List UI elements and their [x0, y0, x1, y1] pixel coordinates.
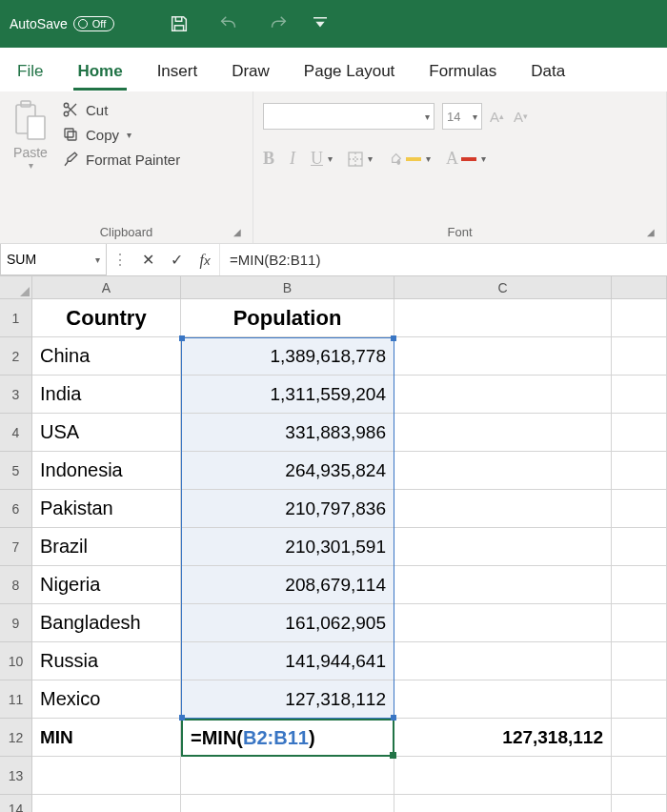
row-header[interactable]: 8: [0, 566, 32, 604]
cell[interactable]: 1,311,559,204: [181, 376, 394, 414]
cell[interactable]: 331,883,986: [181, 414, 394, 452]
font-name-combo[interactable]: ▾: [263, 103, 435, 130]
cell[interactable]: 210,301,591: [181, 528, 394, 566]
increase-font-icon[interactable]: A▴: [490, 109, 504, 125]
row-header[interactable]: 9: [0, 604, 32, 642]
insert-function-button[interactable]: fx: [191, 244, 219, 275]
cell[interactable]: 141,944,641: [181, 642, 394, 680]
row-header[interactable]: 4: [0, 414, 32, 452]
cell[interactable]: India: [32, 376, 181, 414]
cell[interactable]: [394, 414, 612, 452]
cell[interactable]: 210,797,836: [181, 490, 394, 528]
decrease-font-icon[interactable]: A▾: [514, 109, 528, 125]
cell[interactable]: [394, 566, 612, 604]
dialog-launcher-icon[interactable]: ◢: [647, 227, 655, 237]
active-cell[interactable]: =MIN(B2:B11): [181, 719, 394, 757]
cell[interactable]: Pakistan: [32, 490, 181, 528]
cell[interactable]: 264,935,824: [181, 452, 394, 490]
row-header[interactable]: 12: [0, 719, 32, 757]
cell[interactable]: [394, 795, 612, 812]
borders-button[interactable]: ▾: [348, 152, 373, 167]
cell[interactable]: [612, 490, 667, 528]
redo-icon[interactable]: [259, 5, 297, 43]
cell[interactable]: 127,318,112: [181, 680, 394, 719]
name-box[interactable]: SUM ▾: [0, 244, 107, 275]
cell[interactable]: China: [32, 337, 181, 376]
cell[interactable]: [612, 757, 667, 795]
col-header-b[interactable]: B: [181, 276, 394, 299]
cell[interactable]: Russia: [32, 642, 181, 680]
col-header-extra[interactable]: [612, 276, 667, 299]
chevron-down-icon[interactable]: ▾: [127, 130, 131, 140]
format-painter-button[interactable]: Format Painter: [61, 151, 180, 168]
cell[interactable]: [181, 757, 394, 795]
row-header[interactable]: 10: [0, 642, 32, 680]
cell[interactable]: Population: [181, 299, 394, 337]
row-header[interactable]: 5: [0, 452, 32, 490]
underline-button[interactable]: U▾: [311, 149, 333, 169]
cell[interactable]: [394, 757, 612, 795]
chevron-down-icon[interactable]: ▾: [29, 160, 33, 171]
cancel-formula-button[interactable]: ✕: [133, 244, 162, 275]
row-header[interactable]: 13: [0, 757, 32, 795]
cell[interactable]: Nigeria: [32, 566, 181, 604]
cell[interactable]: Indonesia: [32, 452, 181, 490]
row-header[interactable]: 3: [0, 376, 32, 414]
tab-insert[interactable]: Insert: [153, 54, 202, 91]
row-header[interactable]: 2: [0, 337, 32, 376]
cut-button[interactable]: Cut: [61, 101, 180, 118]
fill-color-button[interactable]: ▾: [388, 152, 431, 167]
cell[interactable]: [612, 376, 667, 414]
cell[interactable]: [32, 757, 181, 795]
cell[interactable]: [612, 566, 667, 604]
tab-data[interactable]: Data: [527, 54, 569, 91]
select-all-corner[interactable]: [0, 276, 32, 299]
tab-file[interactable]: File: [13, 54, 47, 91]
cell[interactable]: 127,318,112: [394, 719, 612, 757]
cell[interactable]: Mexico: [32, 680, 181, 719]
col-header-a[interactable]: A: [32, 276, 181, 299]
copy-button[interactable]: Copy ▾: [61, 126, 180, 143]
enter-formula-button[interactable]: ✓: [162, 244, 191, 275]
cell[interactable]: Brazil: [32, 528, 181, 566]
row-header[interactable]: 11: [0, 680, 32, 719]
cell[interactable]: [612, 414, 667, 452]
cell[interactable]: 1,389,618,778: [181, 337, 394, 376]
quick-access-dropdown-icon[interactable]: [309, 5, 332, 43]
bold-button[interactable]: B: [263, 149, 274, 169]
cell[interactable]: [612, 337, 667, 376]
row-header[interactable]: 14: [0, 795, 32, 812]
font-size-combo[interactable]: 14 ▾: [442, 103, 482, 130]
cell[interactable]: [612, 604, 667, 642]
cell[interactable]: [394, 642, 612, 680]
cell[interactable]: [612, 680, 667, 719]
row-header[interactable]: 7: [0, 528, 32, 566]
cell[interactable]: 161,062,905: [181, 604, 394, 642]
undo-icon[interactable]: [210, 5, 248, 43]
col-header-c[interactable]: C: [394, 276, 612, 299]
autosave-toggle[interactable]: Off: [73, 16, 114, 31]
cell[interactable]: [394, 337, 612, 376]
font-color-button[interactable]: A ▾: [446, 149, 486, 169]
cell[interactable]: [612, 452, 667, 490]
formula-bar-input[interactable]: =MIN(B2:B11): [219, 244, 667, 275]
tab-formulas[interactable]: Formulas: [425, 54, 500, 91]
cell[interactable]: Bangladesh: [32, 604, 181, 642]
paste-button[interactable]: Paste ▾: [10, 97, 51, 221]
cell[interactable]: [612, 299, 667, 337]
cell[interactable]: [394, 490, 612, 528]
cell[interactable]: Country: [32, 299, 181, 337]
chevron-down-icon[interactable]: ▾: [95, 254, 100, 265]
cell[interactable]: [394, 680, 612, 719]
cell[interactable]: [612, 642, 667, 680]
cell[interactable]: USA: [32, 414, 181, 452]
cell[interactable]: [181, 795, 394, 812]
cell[interactable]: [612, 795, 667, 812]
cell[interactable]: [612, 719, 667, 757]
row-header[interactable]: 1: [0, 299, 32, 337]
tab-draw[interactable]: Draw: [228, 54, 273, 91]
italic-button[interactable]: I: [290, 149, 295, 169]
cell[interactable]: [394, 452, 612, 490]
cell[interactable]: [394, 604, 612, 642]
row-header[interactable]: 6: [0, 490, 32, 528]
